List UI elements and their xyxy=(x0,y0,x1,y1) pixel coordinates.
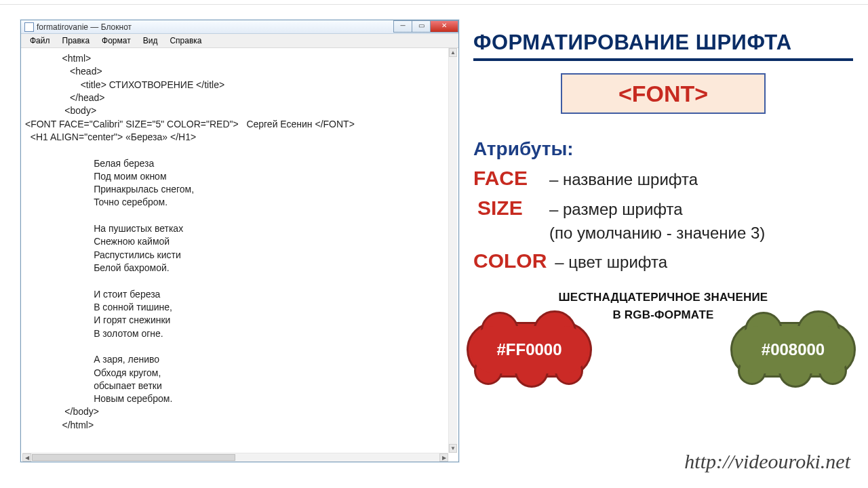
menu-edit[interactable]: Правка xyxy=(56,35,96,47)
font-tag-box: <FONT> xyxy=(561,73,766,114)
attr-color-desc: – цвет шрифта xyxy=(555,253,667,272)
menu-file[interactable]: Файл xyxy=(24,35,56,47)
attr-size-kw: SIZE xyxy=(473,197,541,220)
lesson-heading: ФОРМАТИРОВАНИЕ ШРИФТА xyxy=(473,30,853,61)
editor-viewport[interactable]: <html> <head> <title> СТИХОТВОРЕНИЕ </ti… xyxy=(22,48,448,453)
document-icon xyxy=(24,22,34,32)
attr-face-kw: FACE xyxy=(473,167,541,190)
menu-format[interactable]: Формат xyxy=(96,35,137,47)
scroll-left-button[interactable]: ◀ xyxy=(22,453,31,462)
scroll-right-button[interactable]: ▶ xyxy=(439,453,448,462)
attr-face: FACE – название шрифта xyxy=(473,167,853,190)
attr-size-desc: – размер шрифта xyxy=(549,200,683,219)
menubar: Файл Правка Формат Вид Справка xyxy=(21,34,458,48)
editor-content[interactable]: <html> <head> <title> СТИХОТВОРЕНИЕ </ti… xyxy=(22,48,448,436)
cloud-green: #008000 xyxy=(730,322,856,378)
vertical-scrollbar[interactable]: ▲ ▼ xyxy=(448,48,457,453)
site-url: http://videouroki.net xyxy=(684,450,850,473)
hex-title: ШЕСТНАДЦАТЕРИЧНОЕ ЗНАЧЕНИЕ В RGB-ФОРМАТЕ xyxy=(473,289,853,323)
scroll-thumb[interactable] xyxy=(32,454,235,461)
attributes-title: Атрибуты: xyxy=(473,138,853,160)
attr-size-note: (по умолчанию - значение 3) xyxy=(549,224,853,243)
lesson-panel: ФОРМАТИРОВАНИЕ ШРИФТА <FONT> Атрибуты: F… xyxy=(473,30,853,394)
scroll-up-button[interactable]: ▲ xyxy=(449,48,457,57)
attr-color-kw: COLOR xyxy=(473,249,547,272)
horizontal-scrollbar[interactable]: ◀ ▶ xyxy=(22,453,448,462)
cloud-red: #FF0000 xyxy=(467,322,592,378)
scroll-down-button[interactable]: ▼ xyxy=(449,444,457,453)
notepad-window: formatirovanie — Блокнот ─ ▭ ✕ Файл Прав… xyxy=(20,20,459,462)
close-button[interactable]: ✕ xyxy=(430,20,458,33)
minimize-button[interactable]: ─ xyxy=(393,20,412,33)
menu-view[interactable]: Вид xyxy=(137,35,164,47)
red-hex: #FF0000 xyxy=(496,340,561,359)
page-divider xyxy=(0,4,868,5)
maximize-button[interactable]: ▭ xyxy=(412,20,431,33)
attr-size: SIZE – размер шрифта xyxy=(473,197,853,220)
window-titlebar[interactable]: formatirovanie — Блокнот ─ ▭ ✕ xyxy=(21,20,458,34)
window-title: formatirovanie — Блокнот xyxy=(37,22,132,32)
menu-help[interactable]: Справка xyxy=(163,35,208,47)
attr-color: COLOR – цвет шрифта xyxy=(473,249,853,272)
attr-face-desc: – название шрифта xyxy=(549,170,698,189)
hex-clouds: #FF0000 #008000 xyxy=(473,326,853,394)
green-hex: #008000 xyxy=(762,340,825,359)
